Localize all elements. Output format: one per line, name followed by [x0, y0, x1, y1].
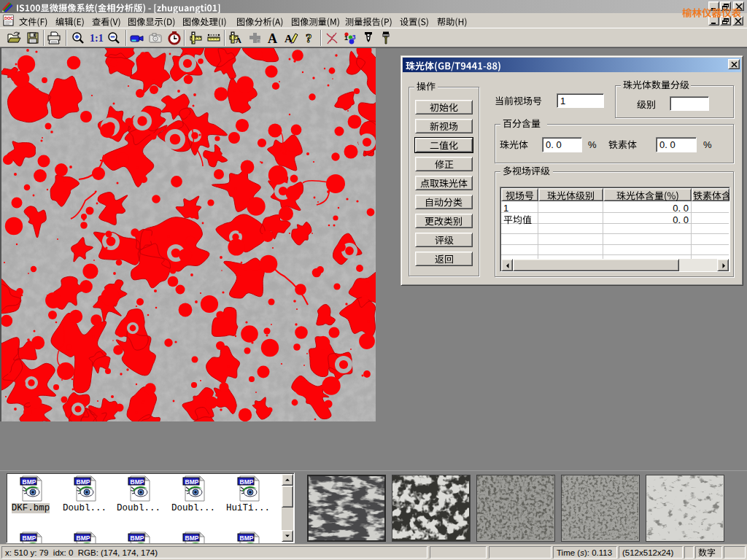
svg-text:A: A	[268, 31, 277, 46]
svg-text:BMP: BMP	[77, 534, 90, 542]
svg-text:?: ?	[306, 31, 312, 45]
svg-text:1: 1	[344, 34, 348, 42]
svg-text:A: A	[236, 36, 241, 44]
svg-text:BMP: BMP	[131, 478, 144, 486]
svg-text:BMP: BMP	[131, 534, 144, 542]
svg-text:BMP: BMP	[77, 478, 90, 486]
svg-text:1:1: 1:1	[90, 33, 104, 44]
svg-text:BMP: BMP	[23, 478, 36, 486]
svg-text:BMP: BMP	[240, 534, 254, 542]
svg-text:DOC: DOC	[4, 16, 13, 20]
svg-text:BMP: BMP	[185, 534, 199, 542]
svg-text:BMP: BMP	[23, 534, 36, 542]
svg-text:BMP: BMP	[240, 478, 254, 486]
svg-text:BMP: BMP	[185, 478, 199, 486]
